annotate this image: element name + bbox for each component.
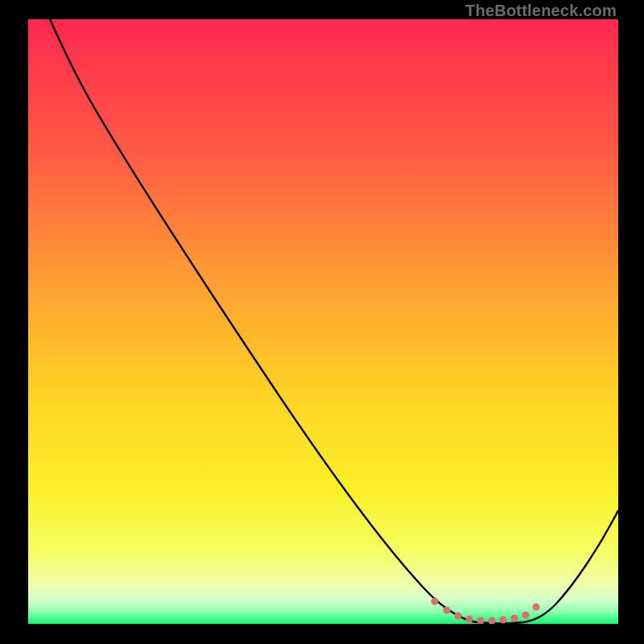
- svg-point-6: [488, 617, 495, 624]
- svg-point-3: [454, 612, 461, 619]
- svg-point-10: [532, 603, 539, 610]
- svg-point-4: [465, 615, 473, 622]
- chart-frame: TheBottleneck.com: [0, 0, 644, 644]
- svg-point-9: [522, 611, 529, 618]
- svg-point-5: [477, 617, 484, 624]
- optimal-band-markers: [431, 597, 539, 624]
- plot-area: [28, 19, 618, 624]
- bottleneck-curve: [28, 19, 618, 624]
- svg-point-7: [499, 616, 506, 623]
- watermark-text: TheBottleneck.com: [465, 2, 617, 20]
- svg-point-1: [431, 597, 438, 605]
- svg-point-2: [443, 606, 450, 613]
- curve-path: [50, 19, 618, 623]
- svg-point-8: [510, 614, 518, 621]
